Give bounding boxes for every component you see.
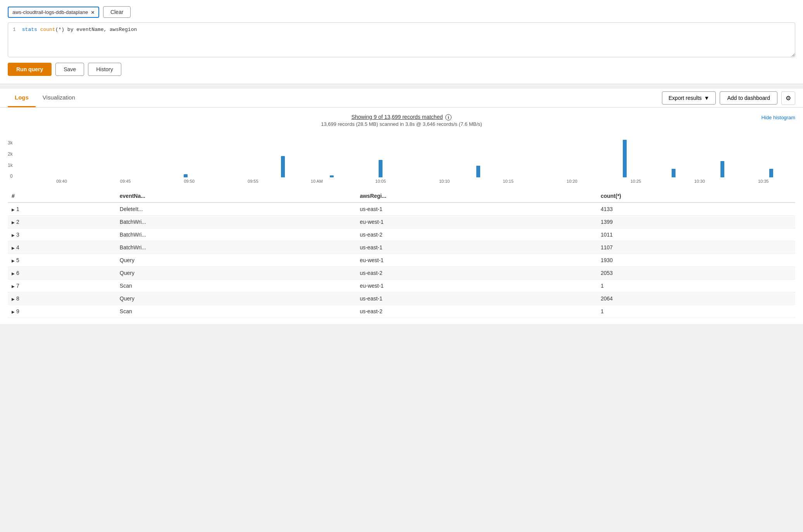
remove-log-group-icon[interactable]: × (91, 9, 95, 15)
cell-expand[interactable]: ▶ 9 (8, 305, 116, 318)
tabs-row: Logs Visualization Export results ▼ Add … (0, 89, 803, 108)
cell-expand[interactable]: ▶ 3 (8, 228, 116, 241)
x-label: 10:35 (731, 179, 795, 184)
cell-aws-region: us-east-2 (356, 305, 596, 318)
cell-expand[interactable]: ▶ 5 (8, 254, 116, 267)
bar (330, 175, 334, 177)
y-label-0: 0 (10, 173, 13, 179)
cell-event-name: Query (116, 292, 356, 305)
settings-gear-button[interactable]: ⚙ (781, 91, 795, 105)
expand-arrow-icon[interactable]: ▶ (12, 246, 15, 250)
expand-arrow-icon[interactable]: ▶ (12, 284, 15, 288)
bar-group (747, 139, 795, 177)
bar-group (64, 139, 112, 177)
bar (281, 156, 285, 177)
add-to-dashboard-button[interactable]: Add to dashboard (720, 91, 777, 105)
table-row[interactable]: ▶ 6 Query us-east-2 2053 (8, 267, 795, 280)
bar-group (405, 139, 453, 177)
run-query-button[interactable]: Run query (8, 63, 52, 76)
table-row[interactable]: ▶ 2 BatchWri... eu-west-1 1399 (8, 216, 795, 228)
table-row[interactable]: ▶ 1 DeleteIt... us-east-1 4133 (8, 203, 795, 216)
save-button[interactable]: Save (55, 63, 84, 76)
cell-aws-region: eu-west-1 (356, 216, 596, 228)
x-label: 10:30 (668, 179, 732, 184)
cell-count: 2064 (597, 292, 795, 305)
history-button[interactable]: History (88, 63, 121, 76)
hide-histogram-link[interactable]: Hide histogram (762, 115, 795, 120)
col-header-num: # (8, 190, 116, 203)
log-group-row: aws-cloudtrail-logs-ddb-dataplane × Clea… (8, 6, 795, 18)
table-row[interactable]: ▶ 3 BatchWri... us-east-2 1011 (8, 228, 795, 241)
table-row[interactable]: ▶ 5 Query eu-west-1 1930 (8, 254, 795, 267)
dropdown-arrow-icon: ▼ (704, 95, 710, 101)
clear-button[interactable]: Clear (103, 6, 131, 18)
bar-group (308, 139, 356, 177)
cell-count: 1930 (597, 254, 795, 267)
x-label: 10:15 (476, 179, 540, 184)
col-header-aws-region: awsRegi... (356, 190, 596, 203)
y-label-2k: 2k (8, 151, 13, 157)
log-group-name: aws-cloudtrail-logs-ddb-dataplane (12, 9, 88, 15)
cell-count: 1 (597, 280, 795, 292)
x-label: 09:50 (157, 179, 221, 184)
expand-arrow-icon[interactable]: ▶ (12, 297, 15, 301)
cell-event-name: Scan (116, 305, 356, 318)
cell-expand[interactable]: ▶ 8 (8, 292, 116, 305)
expand-arrow-icon[interactable]: ▶ (12, 208, 15, 212)
x-label: 09:40 (30, 179, 94, 184)
results-body: Showing 9 of 13,699 records matched i 13… (0, 108, 803, 324)
bar (476, 166, 480, 177)
cell-expand[interactable]: ▶ 2 (8, 216, 116, 228)
cell-count: 4133 (597, 203, 795, 216)
results-section: Logs Visualization Export results ▼ Add … (0, 89, 803, 324)
x-label: 10 AM (285, 179, 349, 184)
query-editor[interactable]: 1stats count(*) by eventName, awsRegion … (8, 22, 795, 57)
cell-expand[interactable]: ▶ 7 (8, 280, 116, 292)
cell-expand[interactable]: ▶ 4 (8, 241, 116, 254)
cell-event-name: BatchWri... (116, 241, 356, 254)
resize-handle[interactable]: ⌟ (789, 51, 795, 57)
tab-visualization[interactable]: Visualization (36, 89, 82, 107)
info-icon: i (445, 114, 451, 120)
bar (672, 169, 675, 177)
tab-logs[interactable]: Logs (8, 89, 36, 107)
expand-arrow-icon[interactable]: ▶ (12, 259, 15, 263)
bar-group (454, 139, 502, 177)
bar-group (650, 139, 698, 177)
expand-arrow-icon[interactable]: ▶ (12, 233, 15, 237)
export-results-button[interactable]: Export results ▼ (662, 91, 716, 105)
bar-group (503, 139, 551, 177)
table-row[interactable]: ▶ 9 Scan us-east-2 1 (8, 305, 795, 318)
histogram-bars (15, 139, 795, 177)
summary-detail: 13,699 records (28.5 MB) scanned in 3.8s… (8, 121, 795, 127)
x-label: 10:05 (349, 179, 413, 184)
cell-aws-region: us-east-2 (356, 228, 596, 241)
x-label: 09:55 (221, 179, 285, 184)
cell-expand[interactable]: ▶ 1 (8, 203, 116, 216)
bar (623, 140, 627, 177)
table-row[interactable]: ▶ 8 Query us-east-1 2064 (8, 292, 795, 305)
results-table: # eventNa... awsRegi... count(*) ▶ 1 Del… (8, 190, 795, 318)
bar-group (259, 139, 307, 177)
table-header-row: # eventNa... awsRegi... count(*) (8, 190, 795, 203)
table-row[interactable]: ▶ 7 Scan eu-west-1 1 (8, 280, 795, 292)
histogram-y-axis: 3k 2k 1k 0 (8, 140, 13, 179)
y-label-1k: 1k (8, 163, 13, 168)
tabs-right: Export results ▼ Add to dashboard ⚙ (662, 91, 795, 105)
cell-event-name: BatchWri... (116, 216, 356, 228)
bar-group (15, 139, 63, 177)
summary-main: Showing 9 of 13,699 records matched i (8, 114, 795, 120)
y-label-3k: 3k (8, 140, 13, 146)
query-actions: Run query Save History (8, 63, 795, 76)
expand-arrow-icon[interactable]: ▶ (12, 310, 15, 314)
bar-group (210, 139, 258, 177)
col-header-count: count(*) (597, 190, 795, 203)
expand-arrow-icon[interactable]: ▶ (12, 271, 15, 276)
bar-group (601, 139, 649, 177)
table-row[interactable]: ▶ 4 BatchWri... us-east-1 1107 (8, 241, 795, 254)
cell-count: 1 (597, 305, 795, 318)
query-section: aws-cloudtrail-logs-ddb-dataplane × Clea… (0, 0, 803, 84)
cell-expand[interactable]: ▶ 6 (8, 267, 116, 280)
expand-arrow-icon[interactable]: ▶ (12, 220, 15, 225)
bar-group (698, 139, 746, 177)
